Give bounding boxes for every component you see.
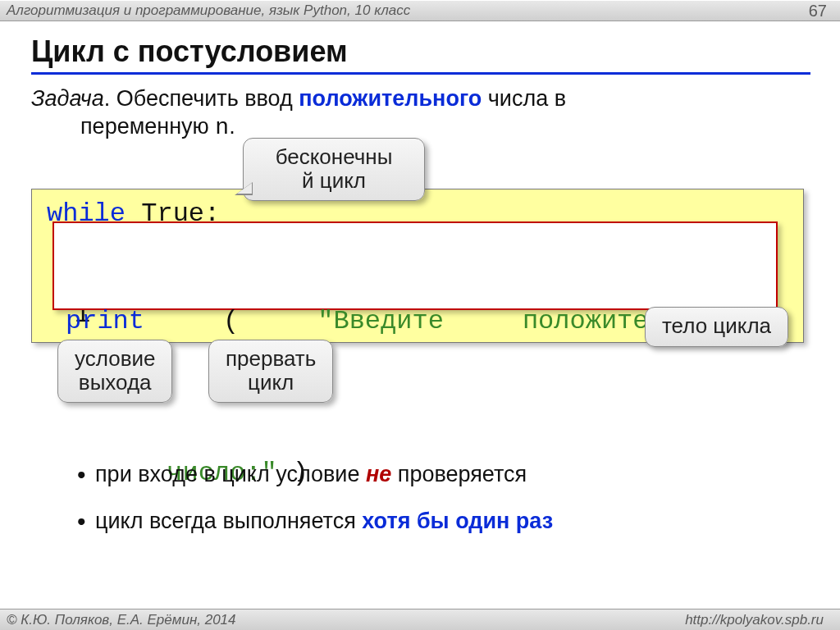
task-text-2: числа в [482,86,566,111]
callout-top-row1: бесконечны [260,145,408,169]
b1-em: не [366,462,391,486]
bullet-2: цикл всегда выполняется хотя бы один раз [75,504,822,539]
paren-open: ( [223,303,239,340]
spacer1 [144,303,223,340]
title-underline [31,72,810,75]
page-number: 67 [809,2,840,21]
task-text-1: . Обеспечить ввод [104,86,299,111]
b1-post: проверяется [391,462,527,486]
footer-copyright: © К.Ю. Поляков, Е.А. Ерёмин, 2014 [0,612,236,628]
callout-infinite-loop: бесконечны й цикл [243,138,425,201]
task-emphasis: положительного [299,86,482,111]
callout-break-row2: цикл [226,371,316,395]
page-title: Цикл с постусловием [31,34,810,69]
callout-top-row2: й цикл [260,169,408,193]
breadcrumb: Алгоритмизация и программирование, язык … [0,2,410,19]
task-line2-pre: переменную [80,114,215,139]
kw-print: print [66,303,144,340]
callout-body-text: тело цикла [662,314,771,338]
spacer2 [239,303,317,340]
task-line2-post: . [229,114,235,139]
callout-exit-row2: выхода [75,371,155,395]
title-area: Цикл с постусловием [31,34,810,75]
callout-loop-body: тело цикла [645,307,788,347]
task-var: n [215,115,229,140]
bullet-1: при входе в цикл условие не проверяется [75,457,822,492]
top-bar: Алгоритмизация и программирование, язык … [0,0,840,21]
b2-bold: хотя бы один раз [362,509,553,533]
str-part1: "Введите [317,303,444,340]
callout-break-loop: прервать цикл [208,340,333,403]
bullet-list: при входе в цикл условие не проверяется … [43,457,822,550]
task-paragraph: Задача. Обеспечить ввод положительного ч… [31,85,786,142]
slide: Алгоритмизация и программирование, язык … [0,0,840,630]
b1-pre: при входе в цикл условие [95,462,366,486]
callout-top-tail [237,183,252,194]
footer-url: http://kpolyakov.spb.ru [685,612,840,628]
code-overlay-box: print ( "Введите положительное число:" )… [52,221,778,310]
bottom-bar: © К.Ю. Поляков, Е.А. Ерёмин, 2014 http:/… [0,609,840,630]
callout-break-row1: прервать [226,347,316,371]
callout-exit-row1: условие [75,347,155,371]
b2-pre: цикл всегда выполняется [95,509,362,533]
callout-exit-condition: условие выхода [57,340,172,403]
task-label: Задача [31,86,104,111]
spacer3 [444,303,523,340]
